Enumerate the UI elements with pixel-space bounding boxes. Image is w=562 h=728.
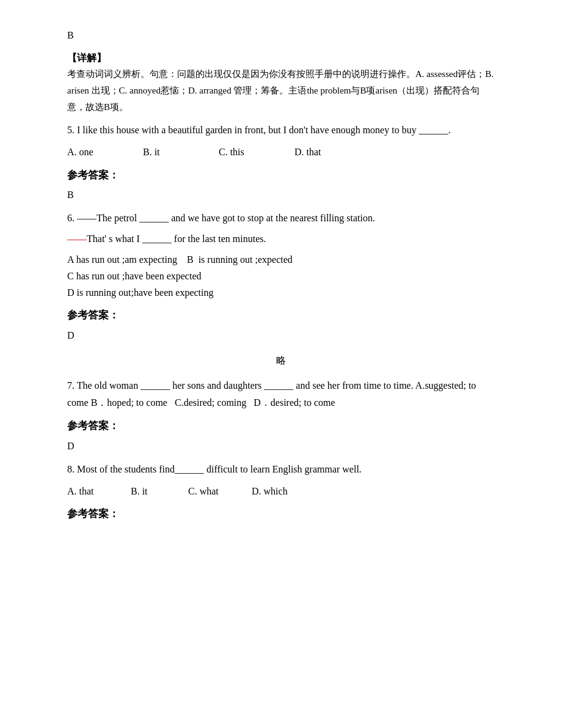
option-6-ab: A has run out ;am expecting B is running…	[67, 251, 495, 268]
question-7-text: 7. The old woman ______ her sons and dau…	[67, 377, 495, 411]
question-8: 8. Most of the students find______ diffi…	[67, 461, 495, 499]
question-5: 5. I like this house with a beautiful ga…	[67, 122, 495, 160]
detail-label-1: 【详解】	[67, 50, 495, 66]
detail-text-1: 考查动词词义辨析。句意：问题的出现仅仅是因为你没有按照手册中的说明进行操作。A.…	[67, 66, 495, 116]
ref-answer-5-value: B	[67, 186, 495, 203]
ref-answer-6: 参考答案： D	[67, 307, 495, 344]
detail-block-1: 【详解】 考查动词词义辨析。句意：问题的出现仅仅是因为你没有按照手册中的说明进行…	[67, 50, 495, 116]
question-6-line1: 6. ——The petrol ______ and we have got t…	[67, 210, 495, 227]
option-5-b: B. it	[143, 144, 216, 160]
question-6-options: A has run out ;am expecting B is running…	[67, 251, 495, 301]
option-5-d: D. that	[294, 144, 368, 160]
ref-answer-6-value: D	[67, 327, 495, 344]
answer-b-top: B	[67, 27, 495, 43]
option-8-b: B. it	[131, 483, 186, 499]
ref-answer-8-label: 参考答案：	[67, 506, 495, 523]
ref-answer-6-label: 参考答案：	[67, 307, 495, 325]
option-6-c: C has run out ;have been expected	[67, 268, 495, 284]
option-8-c: C. what	[188, 483, 249, 499]
red-dash: ——	[67, 233, 87, 244]
answer-b-top-value: B	[67, 27, 495, 43]
ref-answer-7-value: D	[67, 438, 495, 454]
lue-text: 略	[67, 352, 495, 369]
question-5-text: 5. I like this house with a beautiful ga…	[67, 122, 495, 139]
question-8-options: A. that B. it C. what D. which	[67, 483, 495, 499]
option-6-d: D is running out;have been expecting	[67, 284, 495, 301]
ref-answer-8: 参考答案：	[67, 506, 495, 523]
ref-answer-5: 参考答案： B	[67, 167, 495, 204]
option-5-c: C. this	[219, 144, 292, 160]
question-5-options: A. one B. it C. this D. that	[67, 144, 495, 160]
question-8-text: 8. Most of the students find______ diffi…	[67, 461, 495, 478]
ref-answer-7-label: 参考答案：	[67, 417, 495, 435]
question-6: 6. ——The petrol ______ and we have got t…	[67, 210, 495, 301]
option-5-a: A. one	[67, 144, 140, 160]
question-6-line2: ——That' s what I ______ for the last ten…	[67, 230, 495, 248]
question-7: 7. The old woman ______ her sons and dau…	[67, 377, 495, 411]
option-8-a: A. that	[67, 483, 128, 499]
ref-answer-7: 参考答案： D	[67, 417, 495, 454]
ref-answer-5-label: 参考答案：	[67, 167, 495, 185]
option-8-d: D. which	[252, 483, 313, 499]
